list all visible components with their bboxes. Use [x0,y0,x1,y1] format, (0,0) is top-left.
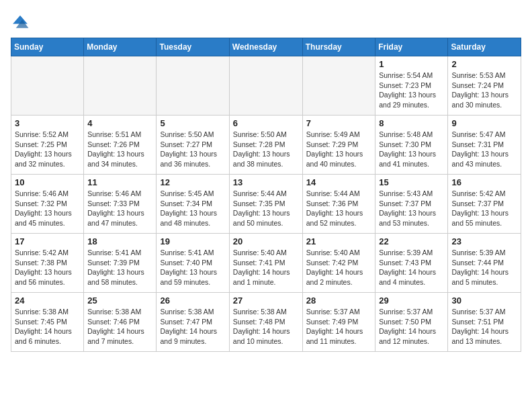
day-number: 2 [451,59,517,69]
calendar-cell: 24Sunrise: 5:38 AM Sunset: 7:45 PM Dayli… [11,293,84,352]
calendar-cell: 8Sunrise: 5:48 AM Sunset: 7:30 PM Daylig… [375,116,448,175]
calendar-cell: 27Sunrise: 5:38 AM Sunset: 7:48 PM Dayli… [229,293,302,352]
day-number: 12 [160,177,225,187]
day-info: Sunrise: 5:40 AM Sunset: 7:42 PM Dayligh… [306,248,372,287]
day-number: 19 [160,236,225,246]
calendar-cell [11,56,84,116]
calendar-week-3: 17Sunrise: 5:42 AM Sunset: 7:38 PM Dayli… [11,234,521,293]
day-info: Sunrise: 5:49 AM Sunset: 7:29 PM Dayligh… [306,130,372,169]
day-info: Sunrise: 5:45 AM Sunset: 7:34 PM Dayligh… [160,189,225,228]
calendar-cell: 14Sunrise: 5:44 AM Sunset: 7:36 PM Dayli… [302,175,375,234]
day-number: 5 [160,118,225,128]
day-number: 1 [379,59,444,69]
calendar-cell: 7Sunrise: 5:49 AM Sunset: 7:29 PM Daylig… [302,116,375,175]
day-number: 25 [87,295,152,306]
calendar-cell: 11Sunrise: 5:46 AM Sunset: 7:33 PM Dayli… [84,175,157,234]
day-info: Sunrise: 5:48 AM Sunset: 7:30 PM Dayligh… [379,130,444,169]
calendar-cell [84,56,157,116]
calendar-cell: 29Sunrise: 5:37 AM Sunset: 7:50 PM Dayli… [375,293,448,352]
weekday-header-tuesday: Tuesday [157,38,229,56]
calendar-cell: 28Sunrise: 5:37 AM Sunset: 7:49 PM Dayli… [302,293,375,352]
calendar-cell: 19Sunrise: 5:41 AM Sunset: 7:40 PM Dayli… [157,234,229,293]
day-info: Sunrise: 5:38 AM Sunset: 7:47 PM Dayligh… [160,307,225,347]
calendar-cell: 4Sunrise: 5:51 AM Sunset: 7:26 PM Daylig… [84,116,157,175]
calendar-cell: 2Sunrise: 5:53 AM Sunset: 7:24 PM Daylig… [448,56,521,116]
weekday-header-sunday: Sunday [11,38,84,56]
calendar-cell: 18Sunrise: 5:41 AM Sunset: 7:39 PM Dayli… [84,234,157,293]
day-info: Sunrise: 5:47 AM Sunset: 7:31 PM Dayligh… [451,130,517,169]
day-info: Sunrise: 5:44 AM Sunset: 7:36 PM Dayligh… [306,189,372,228]
calendar-cell: 13Sunrise: 5:44 AM Sunset: 7:35 PM Dayli… [229,175,302,234]
calendar-cell: 15Sunrise: 5:43 AM Sunset: 7:37 PM Dayli… [375,175,448,234]
day-number: 6 [233,118,299,128]
day-info: Sunrise: 5:50 AM Sunset: 7:27 PM Dayligh… [160,130,225,169]
day-number: 11 [87,177,152,187]
day-number: 27 [233,295,299,306]
calendar-cell [229,56,302,116]
day-number: 10 [15,177,80,187]
day-info: Sunrise: 5:37 AM Sunset: 7:49 PM Dayligh… [306,307,372,347]
day-number: 8 [379,118,444,128]
calendar-table: SundayMondayTuesdayWednesdayThursdayFrid… [11,38,521,352]
weekday-header-monday: Monday [84,38,157,56]
weekday-header-saturday: Saturday [448,38,521,56]
day-info: Sunrise: 5:54 AM Sunset: 7:23 PM Dayligh… [379,71,444,110]
calendar-cell: 10Sunrise: 5:46 AM Sunset: 7:32 PM Dayli… [11,175,84,234]
calendar-week-4: 24Sunrise: 5:38 AM Sunset: 7:45 PM Dayli… [11,293,521,352]
weekday-header-thursday: Thursday [302,38,375,56]
page-header [11,11,521,32]
day-number: 9 [451,118,517,128]
calendar-cell: 21Sunrise: 5:40 AM Sunset: 7:42 PM Dayli… [302,234,375,293]
day-info: Sunrise: 5:46 AM Sunset: 7:32 PM Dayligh… [15,189,80,228]
weekday-header-friday: Friday [375,38,448,56]
calendar-week-1: 3Sunrise: 5:52 AM Sunset: 7:25 PM Daylig… [11,116,521,175]
day-number: 13 [233,177,299,187]
day-info: Sunrise: 5:53 AM Sunset: 7:24 PM Dayligh… [451,71,517,110]
day-info: Sunrise: 5:51 AM Sunset: 7:26 PM Dayligh… [87,130,152,169]
calendar-cell: 26Sunrise: 5:38 AM Sunset: 7:47 PM Dayli… [157,293,229,352]
logo [11,13,32,32]
day-info: Sunrise: 5:39 AM Sunset: 7:44 PM Dayligh… [451,248,517,287]
day-info: Sunrise: 5:37 AM Sunset: 7:50 PM Dayligh… [379,307,444,347]
calendar-cell: 25Sunrise: 5:38 AM Sunset: 7:46 PM Dayli… [84,293,157,352]
calendar-body: 1Sunrise: 5:54 AM Sunset: 7:23 PM Daylig… [11,56,521,352]
calendar-cell: 1Sunrise: 5:54 AM Sunset: 7:23 PM Daylig… [375,56,448,116]
calendar-header-row: SundayMondayTuesdayWednesdayThursdayFrid… [11,38,521,56]
calendar-week-2: 10Sunrise: 5:46 AM Sunset: 7:32 PM Dayli… [11,175,521,234]
logo-icon [11,13,30,32]
day-info: Sunrise: 5:42 AM Sunset: 7:37 PM Dayligh… [451,189,517,228]
day-info: Sunrise: 5:40 AM Sunset: 7:41 PM Dayligh… [233,248,299,287]
calendar-cell: 5Sunrise: 5:50 AM Sunset: 7:27 PM Daylig… [157,116,229,175]
day-number: 22 [379,236,444,246]
day-info: Sunrise: 5:38 AM Sunset: 7:46 PM Dayligh… [87,307,152,347]
day-number: 7 [306,118,372,128]
day-number: 20 [233,236,299,246]
day-info: Sunrise: 5:52 AM Sunset: 7:25 PM Dayligh… [15,130,80,169]
calendar-cell: 17Sunrise: 5:42 AM Sunset: 7:38 PM Dayli… [11,234,84,293]
day-info: Sunrise: 5:41 AM Sunset: 7:40 PM Dayligh… [160,248,225,287]
day-number: 15 [379,177,444,187]
day-info: Sunrise: 5:43 AM Sunset: 7:37 PM Dayligh… [379,189,444,228]
day-number: 23 [451,236,517,246]
day-number: 16 [451,177,517,187]
day-info: Sunrise: 5:44 AM Sunset: 7:35 PM Dayligh… [233,189,299,228]
day-number: 3 [15,118,80,128]
calendar-cell [302,56,375,116]
day-number: 29 [379,295,444,306]
day-info: Sunrise: 5:38 AM Sunset: 7:48 PM Dayligh… [233,307,299,347]
day-number: 28 [306,295,372,306]
day-info: Sunrise: 5:46 AM Sunset: 7:33 PM Dayligh… [87,189,152,228]
day-info: Sunrise: 5:50 AM Sunset: 7:28 PM Dayligh… [233,130,299,169]
calendar-cell: 12Sunrise: 5:45 AM Sunset: 7:34 PM Dayli… [157,175,229,234]
day-number: 24 [15,295,80,306]
calendar-cell: 20Sunrise: 5:40 AM Sunset: 7:41 PM Dayli… [229,234,302,293]
calendar-cell [157,56,229,116]
day-number: 26 [160,295,225,306]
calendar-cell: 22Sunrise: 5:39 AM Sunset: 7:43 PM Dayli… [375,234,448,293]
day-info: Sunrise: 5:41 AM Sunset: 7:39 PM Dayligh… [87,248,152,287]
day-number: 21 [306,236,372,246]
day-info: Sunrise: 5:39 AM Sunset: 7:43 PM Dayligh… [379,248,444,287]
day-info: Sunrise: 5:38 AM Sunset: 7:45 PM Dayligh… [15,307,80,347]
calendar-cell: 9Sunrise: 5:47 AM Sunset: 7:31 PM Daylig… [448,116,521,175]
day-info: Sunrise: 5:37 AM Sunset: 7:51 PM Dayligh… [451,307,517,347]
